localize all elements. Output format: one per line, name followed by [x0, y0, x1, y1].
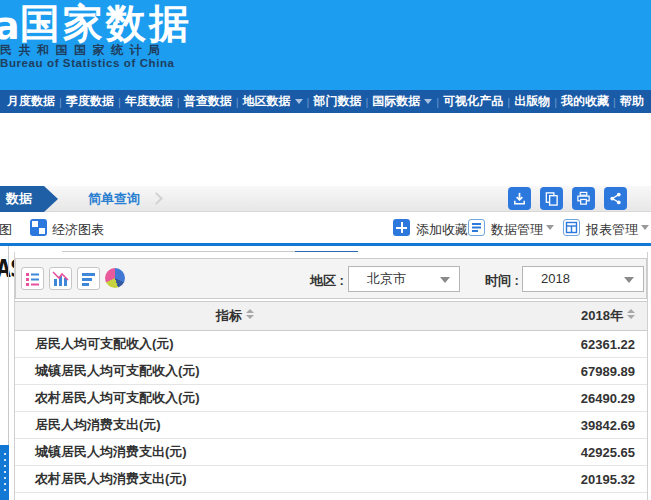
table-body: 居民人均可支配收入(元) 62361.22 城镇居民人均可支配收入(元) 679… — [15, 331, 647, 493]
panel-splitter-handle[interactable] — [0, 445, 9, 500]
print-icon — [576, 191, 591, 206]
table-row[interactable]: 城镇居民人均消费支出(元) 42925.65 — [15, 439, 647, 466]
print-button[interactable] — [572, 187, 595, 210]
page: a国家数据 民共和国国家统计局 Bureau of Statistics of … — [0, 0, 651, 500]
value-cell: 39842.69 — [447, 418, 647, 433]
column-header-year[interactable]: 2018年 — [455, 302, 647, 330]
tab-economic-charts[interactable]: 经济图表 — [52, 221, 104, 239]
breadcrumb-tab-data[interactable]: 数据 — [0, 186, 58, 212]
nav-item-quarterly[interactable]: 季度数据 — [66, 93, 114, 110]
nav-item-help[interactable]: 帮助 — [620, 93, 644, 110]
sort-icon — [627, 309, 635, 319]
nav-item-monthly[interactable]: 月度数据 — [7, 93, 55, 110]
breadcrumb: 数据 简单查询 — [0, 186, 651, 212]
breadcrumb-simple-query[interactable]: 简单查询 — [88, 186, 140, 212]
logo-title: 国家数据 — [20, 1, 192, 45]
chevron-right-icon — [150, 192, 163, 205]
chart-grid-icon — [30, 219, 47, 236]
results-panel: 地区 : 北京市 时间 : 2018 指标 2018年 居民人均可支配收入(元)… — [14, 252, 648, 500]
region-label: 地区 : — [310, 272, 344, 290]
list-view-icon — [22, 268, 43, 289]
indicator-cell: 城镇居民人均可支配收入(元) — [15, 362, 447, 380]
table-icon — [563, 219, 580, 236]
nav-item-favorites[interactable]: 我的收藏 — [561, 93, 609, 110]
copy-icon — [544, 191, 559, 206]
table-row[interactable]: 城镇居民人均可支配收入(元) 67989.89 — [15, 358, 647, 385]
blue-divider — [0, 243, 651, 246]
value-cell: 26490.29 — [447, 391, 647, 406]
view-pie-button[interactable] — [105, 268, 125, 288]
nav-separator: | — [59, 96, 62, 108]
view-barchart-button[interactable] — [49, 267, 72, 290]
nav-item-visualization[interactable]: 可视化产品 — [443, 93, 503, 110]
value-cell: 20195.32 — [447, 472, 647, 487]
tab-data-map[interactable]: 地图 — [0, 221, 12, 239]
chevron-down-icon — [295, 99, 303, 104]
data-manage-button[interactable]: 数据管理 — [491, 221, 543, 239]
chevron-down-icon — [546, 225, 554, 230]
main-nav: 月度数据| 季度数据| 年度数据| 普查数据| 地区数据| 部门数据| 国际数据… — [0, 90, 651, 113]
indicator-cell: 农村居民人均消费支出(元) — [15, 470, 447, 488]
value-cell: 42925.65 — [447, 445, 647, 460]
bureau-name-en: Bureau of Statistics of China — [0, 57, 175, 69]
table-row[interactable]: 农村居民人均消费支出(元) 20195.32 — [15, 466, 647, 493]
add-favorite-button[interactable]: 添加收藏 — [416, 221, 468, 239]
chevron-down-icon — [624, 277, 634, 283]
chevron-down-icon — [424, 99, 432, 104]
download-button[interactable] — [508, 187, 531, 210]
value-cell: 62361.22 — [447, 337, 647, 352]
chevron-down-icon — [440, 277, 450, 283]
view-list-button[interactable] — [21, 267, 44, 290]
region-select[interactable]: 北京市 — [348, 266, 460, 292]
copy-button[interactable] — [540, 187, 563, 210]
share-icon — [608, 191, 623, 206]
indicator-cell: 居民人均消费支出(元) — [15, 416, 447, 434]
nav-item-international[interactable]: 国际数据 — [372, 93, 432, 110]
view-hbars-button[interactable] — [77, 267, 100, 290]
plus-icon — [393, 219, 410, 236]
chevron-down-icon — [641, 225, 649, 230]
table-row[interactable]: 居民人均消费支出(元) 39842.69 — [15, 412, 647, 439]
table-header: 指标 2018年 — [15, 301, 647, 331]
column-header-indicator[interactable]: 指标 — [15, 302, 455, 330]
indicator-cell: 居民人均可支配收入(元) — [15, 335, 447, 353]
indicator-cell: 城镇居民人均消费支出(元) — [15, 443, 447, 461]
grid-toolbar: 地区 : 北京市 时间 : 2018 — [15, 258, 647, 299]
sort-icon — [246, 309, 254, 319]
share-button[interactable] — [604, 187, 627, 210]
site-header: a国家数据 民共和国国家统计局 Bureau of Statistics of … — [0, 0, 651, 90]
value-cell: 67989.89 — [447, 364, 647, 379]
table-row[interactable]: 居民人均可支配收入(元) 62361.22 — [15, 331, 647, 358]
nav-item-census[interactable]: 普查数据 — [184, 93, 232, 110]
time-select[interactable]: 2018 — [522, 266, 644, 292]
bar-chart-icon — [50, 268, 71, 289]
horizontal-bars-icon — [78, 268, 99, 289]
report-manage-button[interactable]: 报表管理 — [586, 221, 638, 239]
nav-item-regional[interactable]: 地区数据 — [243, 93, 303, 110]
table-row[interactable]: 农村居民人均可支配收入(元) 26490.29 — [15, 385, 647, 412]
time-label: 时间 : — [485, 272, 519, 290]
nav-item-annual[interactable]: 年度数据 — [125, 93, 173, 110]
indicator-cell: 农村居民人均可支配收入(元) — [15, 389, 447, 407]
download-icon — [512, 191, 527, 206]
search-band: HASHU 搜索 统计热词 GDP CPI 总人口 社会消费品零售总额 粮食产量… — [0, 113, 651, 186]
document-icon — [468, 219, 485, 236]
nav-item-department[interactable]: 部门数据 — [313, 93, 361, 110]
nav-item-publications[interactable]: 出版物 — [514, 93, 550, 110]
view-switch-bar: 地图 经济图表 添加收藏 数据管理 报表管理 — [0, 212, 651, 243]
